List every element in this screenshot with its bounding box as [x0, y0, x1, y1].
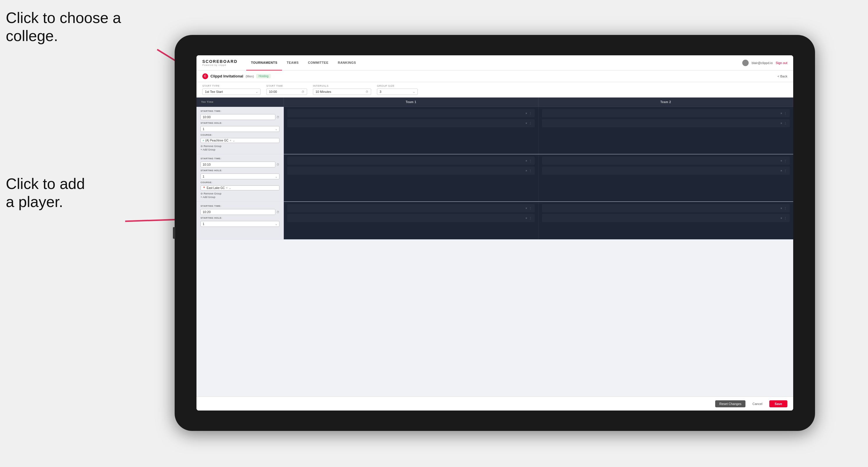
group-size-select[interactable]: 3	[377, 89, 418, 95]
time-icon-3: ⏱	[277, 211, 279, 214]
top-navigation: SCOREBOARD Powered by clippd TOURNAMENTS…	[196, 55, 793, 70]
intervals-group: Intervals 10 Minutes ⏱	[313, 85, 371, 95]
start-type-chevron-icon	[255, 90, 258, 93]
time-icon-2: ⏱	[277, 163, 279, 166]
course-remove-2[interactable]: ×	[226, 186, 228, 190]
group-2-team2: × ⋮ × ⋮	[538, 154, 793, 201]
group-row: STARTING TIME: 10:20 ⏱ STARTING HOLE: 1	[196, 202, 793, 240]
group-3-left: STARTING TIME: 10:20 ⏱ STARTING HOLE: 1	[196, 202, 284, 239]
start-time-label: Start Time	[266, 85, 307, 87]
player-actions: × ⋮	[525, 169, 532, 173]
starting-time-field-2[interactable]: 10:10	[200, 162, 275, 167]
starting-time-label-3: STARTING TIME:	[200, 205, 279, 207]
player-more-icon[interactable]: ⋮	[529, 207, 532, 210]
player-actions: × ⋮	[780, 122, 787, 125]
cancel-button[interactable]: Cancel	[748, 400, 767, 407]
course-tag-1[interactable]: A (A) Peachtree GC ×	[200, 138, 279, 143]
nav-links: TOURNAMENTS TEAMS COMMITTEE RANKINGS	[246, 55, 742, 70]
nav-teams[interactable]: TEAMS	[282, 55, 303, 70]
player-edit-icon[interactable]: ×	[525, 112, 527, 115]
sign-out-link[interactable]: Sign out	[776, 61, 787, 65]
course-name-2: East Lake GC	[207, 186, 225, 190]
player-row: × ⋮	[542, 166, 790, 175]
player-edit-icon[interactable]: ×	[780, 112, 782, 115]
back-button[interactable]: < Back	[777, 74, 787, 78]
logo-title: SCOREBOARD	[202, 59, 238, 64]
player-edit-icon[interactable]: ×	[780, 159, 782, 162]
start-time-select[interactable]: 10:00 ⏱	[266, 89, 307, 95]
nav-right: blair@clippd.io Sign out	[742, 60, 787, 66]
hole-chevron-3	[275, 222, 277, 226]
add-group-1[interactable]: + Add Group	[200, 148, 279, 151]
course-label-2: COURSE:	[200, 181, 279, 184]
player-more-icon[interactable]: ⋮	[784, 159, 787, 162]
player-edit-icon[interactable]: ×	[525, 217, 527, 220]
player-more-icon[interactable]: ⋮	[784, 207, 787, 210]
player-more-icon[interactable]: ⋮	[529, 217, 532, 220]
nav-committee[interactable]: COMMITTEE	[303, 55, 333, 70]
group-2-left: STARTING TIME: 10:10 ⏱ STARTING HOLE: 1 …	[196, 154, 284, 201]
group-size-group: Group Size 3	[377, 85, 418, 95]
save-button[interactable]: Save	[769, 400, 787, 407]
player-row: × ⋮	[542, 109, 790, 117]
remove-group-2[interactable]: ⊖ Remove Group	[200, 192, 279, 195]
course-tag-icon-1: A	[203, 139, 204, 142]
tablet-screen: SCOREBOARD Powered by clippd TOURNAMENTS…	[196, 55, 793, 410]
player-actions: × ⋮	[780, 159, 787, 162]
player-edit-icon[interactable]: ×	[525, 207, 527, 210]
group-3-team1: × ⋮ × ⋮	[284, 202, 538, 239]
tablet-side-button	[173, 227, 175, 239]
reset-changes-button[interactable]: Reset Changes	[715, 400, 745, 407]
player-edit-icon[interactable]: ×	[780, 122, 782, 125]
player-more-icon[interactable]: ⋮	[529, 169, 532, 173]
starting-time-label-2: STARTING TIME:	[200, 157, 279, 160]
course-tag-2[interactable]: 📍 East Lake GC ×	[200, 185, 279, 190]
player-more-icon[interactable]: ⋮	[784, 169, 787, 173]
start-type-select[interactable]: 1st Tee Start	[202, 89, 260, 95]
hole-value-1: 1	[203, 127, 204, 131]
player-actions: × ⋮	[525, 207, 532, 210]
player-more-icon[interactable]: ⋮	[529, 112, 532, 115]
player-edit-icon[interactable]: ×	[780, 207, 782, 210]
tournament-name: Clippd Invitational	[211, 74, 243, 78]
player-more-icon[interactable]: ⋮	[784, 112, 787, 115]
player-edit-icon[interactable]: ×	[780, 169, 782, 173]
logo-area: SCOREBOARD Powered by clippd	[202, 59, 238, 66]
starting-time-field-1[interactable]: 10:00	[200, 114, 275, 120]
player-more-icon[interactable]: ⋮	[784, 122, 787, 125]
course-remove-1[interactable]: ×	[230, 139, 231, 142]
hole-select-3[interactable]: 1	[200, 221, 279, 227]
hole-select-2[interactable]: 1	[200, 174, 279, 179]
player-more-icon[interactable]: ⋮	[529, 122, 532, 125]
intervals-select[interactable]: 10 Minutes ⏱	[313, 89, 371, 95]
group-actions-2: ⊖ Remove Group + Add Group	[200, 192, 279, 198]
remove-group-1[interactable]: ⊖ Remove Group	[200, 145, 279, 148]
player-more-icon[interactable]: ⋮	[784, 217, 787, 220]
player-edit-icon[interactable]: ×	[780, 217, 782, 220]
nav-rankings[interactable]: RANKINGS	[333, 55, 361, 70]
player-edit-icon[interactable]: ×	[525, 169, 527, 173]
course-label-1: COURSE:	[200, 134, 279, 136]
group-row: STARTING TIME: 10:00 ⏱ STARTING HOLE: 1 …	[196, 107, 793, 154]
hole-select-1[interactable]: 1	[200, 126, 279, 132]
starting-time-field-3[interactable]: 10:20	[200, 209, 275, 215]
group-actions-1: ⊖ Remove Group + Add Group	[200, 145, 279, 151]
player-edit-icon[interactable]: ×	[525, 159, 527, 162]
add-group-2[interactable]: + Add Group	[200, 196, 279, 198]
course-location-icon: 📍	[203, 187, 206, 189]
group-size-label: Group Size	[377, 85, 418, 87]
logo-subtitle: Powered by clippd	[202, 64, 238, 66]
tournament-gender: (Men)	[246, 74, 254, 78]
settings-bar: Start Type 1st Tee Start Start Time 10:0…	[196, 82, 793, 97]
th-tee-time: Tee Time	[196, 97, 284, 106]
player-more-icon[interactable]: ⋮	[529, 159, 532, 162]
hole-value-3: 1	[203, 222, 204, 226]
player-row: × ⋮	[542, 157, 790, 165]
user-avatar	[742, 60, 749, 66]
start-type-group: Start Type 1st Tee Start	[202, 85, 260, 95]
player-edit-icon[interactable]: ×	[525, 122, 527, 125]
group-1-team2: × ⋮ × ⋮	[538, 107, 793, 154]
nav-tournaments[interactable]: TOURNAMENTS	[246, 55, 282, 70]
tablet-device: SCOREBOARD Powered by clippd TOURNAMENTS…	[175, 35, 815, 431]
main-content: Tee Time Team 1 Team 2 STARTING TIME: 10…	[196, 97, 793, 397]
